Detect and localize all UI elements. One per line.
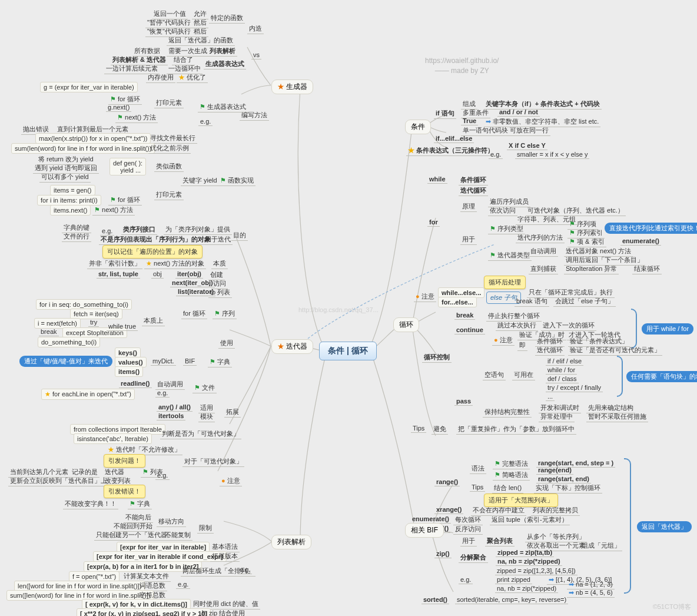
n: 判断是否为「可迭代对象」 [160, 429, 241, 439]
n: 注意 [492, 335, 515, 346]
n: break [39, 327, 59, 336]
n: True [461, 117, 478, 125]
n: ... [546, 392, 555, 401]
n: 优化了 [177, 72, 208, 83]
hub-generator[interactable]: 生成器 [271, 80, 313, 94]
n: 直到捕获 [529, 264, 558, 274]
n: for 循环 [181, 309, 207, 319]
n: 循环控制 [422, 352, 452, 363]
n: Tips [470, 483, 485, 492]
n: e.g. [198, 117, 213, 126]
callout-post: 循环后处理 [484, 276, 526, 289]
n: 内存使用 [146, 72, 175, 83]
n: e.g. [176, 580, 190, 589]
n: e.g. [155, 471, 170, 480]
root-node[interactable]: 条件 | 循环 [319, 342, 377, 360]
n: BIF [183, 357, 197, 366]
n: 用于迭代 [203, 234, 233, 245]
n: next() 方法 [115, 112, 158, 123]
n: 聚合列表 [485, 536, 515, 547]
n: smaller = x if x < y else y [515, 150, 589, 159]
n: max(len(x.strip()) for x in open("*.txt"… [35, 133, 151, 144]
n: 条件表达式（三元操作符） [406, 145, 496, 156]
n: enumerate() [410, 515, 451, 524]
n: for 循环 [108, 195, 142, 206]
n: 本质 [211, 259, 228, 269]
n: zipped = zip(ta,tb) [496, 548, 554, 557]
n: [expr for iter_var in iterable if cond_e… [93, 551, 227, 562]
watermark: ©51CTO博客 [653, 602, 691, 611]
n: iter(obj) [175, 270, 203, 279]
n: 实现「下标」控制循环 [534, 483, 602, 494]
n: sorted() [421, 595, 449, 604]
n: 迭代序列的方法 [516, 233, 565, 243]
n: zip() [434, 549, 452, 558]
n: break [454, 311, 475, 320]
n: 关键字 yield [181, 175, 219, 186]
n: items() [115, 366, 143, 377]
n: print zipped [495, 575, 532, 584]
n: 列表解析 [208, 46, 237, 57]
n: 依次访问 [488, 206, 517, 216]
n: nb = (4, 5, 6) [567, 588, 615, 598]
n: 打印元素 [154, 190, 184, 200]
hub-cond[interactable]: 条件 [405, 120, 431, 134]
n: 保持结构完整性 [483, 407, 532, 418]
n: na, nb = zip(*zipped) [495, 584, 558, 593]
n: 用于 [460, 234, 477, 245]
hub-loop[interactable]: 循环 [393, 317, 419, 332]
n: next() 方法 [92, 205, 135, 216]
n: 完整语法 [493, 459, 530, 469]
bubble-dict-iter: 通过「键/值/键-值对」来迭代 [19, 356, 112, 367]
hub-iterator[interactable]: 迭代器 [271, 339, 313, 354]
n: 把「重复操作」作为「参数」放到循环中 [456, 424, 576, 435]
n: range(start, end) [536, 475, 591, 483]
bubble-seq-faster: 直接迭代序列比通过索引更快！ [605, 223, 697, 234]
n: while / for [546, 366, 577, 375]
n: g = (expr for iter_var in iterable) [40, 82, 138, 92]
n: 文件 [192, 383, 217, 393]
n: 自动调用 [529, 246, 558, 257]
n: 返回「迭代器」的函数 [167, 35, 235, 46]
n: g.next() [106, 103, 131, 112]
n: 拓展版本 [210, 551, 240, 562]
n: enumerate() [620, 237, 661, 246]
n: X if C else Y [507, 141, 547, 150]
n: 类序列接口 [121, 224, 157, 235]
brace-pass: 任何需要「语句块」的地方 [626, 371, 697, 382]
n: Tips [411, 424, 426, 433]
n: any() / all() [157, 403, 192, 412]
n: e.g. [155, 389, 170, 398]
n: for [427, 218, 440, 227]
n: 模块 [198, 412, 215, 422]
n: 结束循环 [632, 264, 662, 274]
n: for...else... [438, 297, 477, 307]
n: to 列表 [208, 287, 232, 298]
hub-list-comp[interactable]: 列表解析 [271, 535, 311, 549]
n: e.g. [489, 150, 503, 159]
n: 注意 [220, 476, 242, 486]
n: 不是序列但表现出「序列行为」的对象 [99, 234, 213, 245]
n: 更新会立刻反映到「迭代条目」上 [8, 476, 109, 486]
n: StopIteration 异常 [564, 264, 619, 274]
n: 结合 len() [492, 483, 523, 494]
callout-q: 引发问题！ [104, 454, 145, 468]
n: 即 [517, 340, 527, 351]
n: if...elif...else [434, 134, 474, 143]
n: 分解聚合 [459, 552, 488, 563]
n: break 语句 [515, 296, 549, 307]
n: 不能改变字典！！ [63, 499, 118, 509]
n: do_something_to(i) [38, 337, 100, 347]
n: continue [454, 326, 485, 335]
n: 反序访问 [453, 524, 483, 535]
n: next() 方法的对象 [144, 259, 206, 269]
n: while [427, 175, 447, 184]
n: 暂时不采取任何措施 [586, 412, 648, 422]
n: range(end) [536, 466, 573, 475]
n: 对于「可迭代对象」 [182, 456, 244, 467]
n: 优化之前示例 [148, 143, 191, 154]
n: 打印元素 [154, 98, 184, 108]
n: vs [251, 51, 261, 59]
n: 异常处理中 [539, 412, 575, 422]
hub-bif[interactable]: 相关 BIF [405, 523, 444, 538]
